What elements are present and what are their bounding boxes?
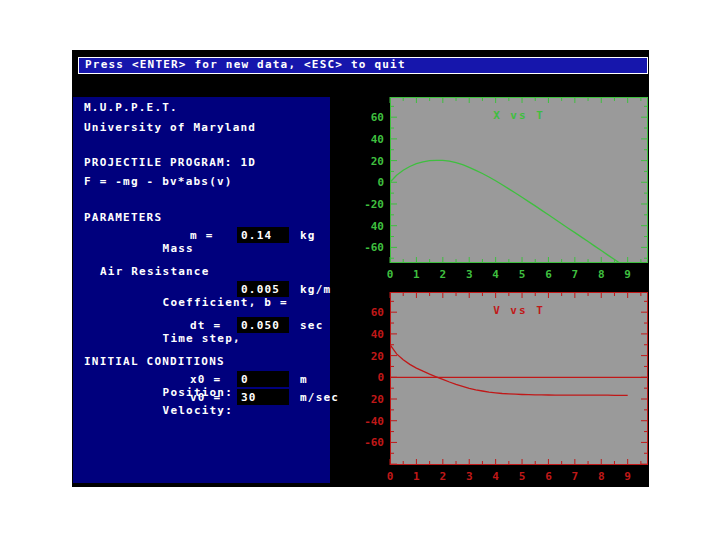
- time-step-row: Time step, dt = 0.050 sec: [73, 319, 330, 334]
- svg-text:3: 3: [466, 470, 473, 482]
- mass-unit: kg: [300, 229, 316, 242]
- svg-text:20: 20: [371, 350, 384, 363]
- svg-text:-40: -40: [364, 415, 384, 428]
- svg-text:8: 8: [598, 470, 605, 482]
- svg-text:-60: -60: [364, 241, 384, 254]
- svg-text:1: 1: [413, 470, 420, 482]
- svg-text:0: 0: [377, 176, 384, 189]
- info-panel: M.U.P.P.E.T. University of Maryland PROJ…: [73, 97, 330, 483]
- svg-text:5: 5: [519, 268, 526, 281]
- mass-symbol: m =: [190, 229, 213, 242]
- velocity-symbol: v0 =: [190, 391, 221, 404]
- svg-text:6: 6: [545, 268, 552, 281]
- svg-text:V vs T: V vs T: [493, 304, 545, 317]
- velocity-label: Velocity:: [163, 404, 233, 417]
- force-formula: F = -mg - bv*abs(v): [73, 175, 330, 190]
- svg-text:20: 20: [371, 155, 384, 168]
- svg-text:40: 40: [371, 133, 384, 146]
- svg-text:0: 0: [377, 371, 384, 384]
- position-input[interactable]: 0: [237, 371, 289, 387]
- mass-input[interactable]: 0.14: [237, 227, 289, 243]
- svg-text:0: 0: [387, 470, 394, 482]
- svg-text:7: 7: [572, 470, 579, 482]
- svg-text:40: 40: [371, 220, 384, 233]
- velocity-input[interactable]: 30: [237, 389, 289, 405]
- svg-text:2: 2: [440, 470, 447, 482]
- svg-text:60: 60: [371, 111, 384, 124]
- coefficient-unit: kg/m: [300, 283, 331, 296]
- svg-text:5: 5: [519, 470, 526, 482]
- time-step-input[interactable]: 0.050: [237, 317, 289, 333]
- svg-text:6: 6: [545, 470, 552, 482]
- svg-text:8: 8: [598, 268, 605, 281]
- svg-text:2: 2: [440, 268, 447, 281]
- svg-text:-60: -60: [364, 436, 384, 449]
- initial-conditions-heading: INITIAL CONDITIONS: [73, 355, 330, 370]
- time-step-symbol: dt =: [190, 319, 221, 332]
- crt-screen: Press <ENTER> for new data, <ESC> to qui…: [72, 50, 649, 487]
- svg-text:9: 9: [624, 470, 631, 482]
- svg-text:4: 4: [492, 470, 499, 482]
- svg-text:7: 7: [572, 268, 579, 281]
- svg-text:40: 40: [371, 328, 384, 341]
- coefficient-label: Coefficient, b =: [163, 296, 288, 309]
- svg-text:60: 60: [371, 306, 384, 319]
- svg-text:X vs T: X vs T: [493, 109, 545, 122]
- program-title: PROJECTILE PROGRAM: 1D: [73, 156, 330, 171]
- svg-text:20: 20: [371, 393, 384, 406]
- coefficient-row: Coefficient, b = 0.005 kg/m: [73, 283, 330, 298]
- air-resistance-label: Air Resistance: [73, 265, 330, 280]
- page: Press <ENTER> for new data, <ESC> to qui…: [0, 0, 720, 540]
- app-title: M.U.P.P.E.T.: [73, 101, 330, 116]
- svg-text:3: 3: [466, 268, 473, 281]
- velocity-row: Velocity: v0 = 30 m/sec: [73, 391, 330, 406]
- coefficient-input[interactable]: 0.005: [237, 281, 289, 297]
- app-subtitle: University of Maryland: [73, 121, 330, 136]
- time-step-unit: sec: [300, 319, 323, 332]
- svg-text:1: 1: [413, 268, 420, 281]
- plot-v-vs-t: 604020020-40-600123456789V vs T: [348, 292, 649, 482]
- position-symbol: x0 =: [190, 373, 221, 386]
- position-unit: m: [300, 373, 308, 386]
- parameters-heading: PARAMETERS: [73, 211, 330, 226]
- velocity-unit: m/sec: [300, 391, 339, 404]
- svg-text:0: 0: [387, 268, 394, 281]
- plot-x-vs-t: 6040200-2040-600123456789X vs T: [348, 97, 649, 283]
- time-step-label: Time step,: [163, 332, 241, 345]
- position-row: Position: x0 = 0 m: [73, 373, 330, 388]
- mass-row: Mass m = 0.14 kg: [73, 229, 330, 244]
- svg-text:-20: -20: [364, 198, 384, 211]
- svg-text:9: 9: [624, 268, 631, 281]
- message-bar: Press <ENTER> for new data, <ESC> to qui…: [78, 57, 648, 74]
- mass-label: Mass: [163, 242, 194, 255]
- svg-text:4: 4: [492, 268, 499, 281]
